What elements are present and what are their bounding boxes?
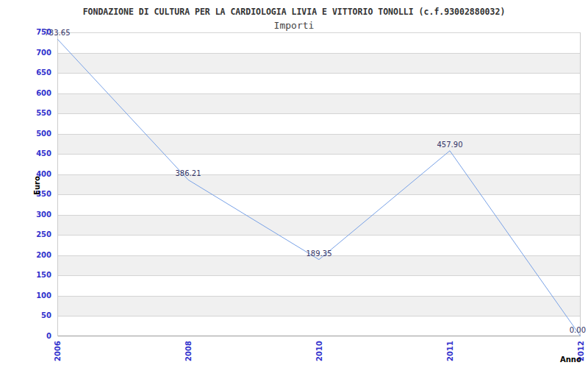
y-tick-label: 600 — [0, 89, 51, 98]
y-axis-title: Euro — [33, 176, 41, 195]
chart-title: FONDAZIONE DI CULTURA PER LA CARDIOLOGIA… — [0, 7, 588, 17]
y-tick-label: 250 — [0, 230, 51, 239]
line-series-svg — [57, 32, 581, 336]
point-value-label: 0.00 — [570, 326, 586, 334]
x-tick-label: 2010 — [315, 341, 323, 361]
y-tick-label: 500 — [0, 130, 51, 138]
y-tick-label: 350 — [0, 190, 51, 199]
point-value-label: 189.35 — [306, 250, 332, 258]
y-tick-label: 650 — [0, 68, 51, 77]
y-tick-label: 700 — [0, 49, 51, 57]
x-tick-label: 2008 — [184, 341, 193, 361]
y-tick-label: 450 — [0, 149, 51, 158]
series-polyline — [57, 39, 581, 336]
y-tick-label: 550 — [0, 109, 51, 118]
y-tick-label: 200 — [0, 251, 51, 260]
point-value-label: 457.90 — [437, 141, 463, 149]
y-tick-label: 300 — [0, 210, 51, 219]
y-tick-label: 0 — [0, 332, 51, 341]
x-tick-label: 2006 — [54, 341, 62, 361]
point-value-label: 386.21 — [176, 169, 201, 177]
y-tick-label: 400 — [0, 170, 51, 179]
chart-container: FONDAZIONE DI CULTURA PER LA CARDIOLOGIA… — [0, 0, 588, 368]
y-tick-label: 100 — [0, 291, 51, 300]
y-tick-label: 50 — [0, 311, 51, 320]
chart-subtitle: Importi — [0, 20, 588, 31]
x-tick-label: 2011 — [446, 341, 454, 361]
x-axis-title: Anno — [560, 355, 581, 364]
plot-area: 733.65386.21189.35457.900.00 — [57, 32, 581, 336]
y-tick-label: 750 — [0, 28, 51, 37]
y-tick-label: 150 — [0, 271, 51, 280]
